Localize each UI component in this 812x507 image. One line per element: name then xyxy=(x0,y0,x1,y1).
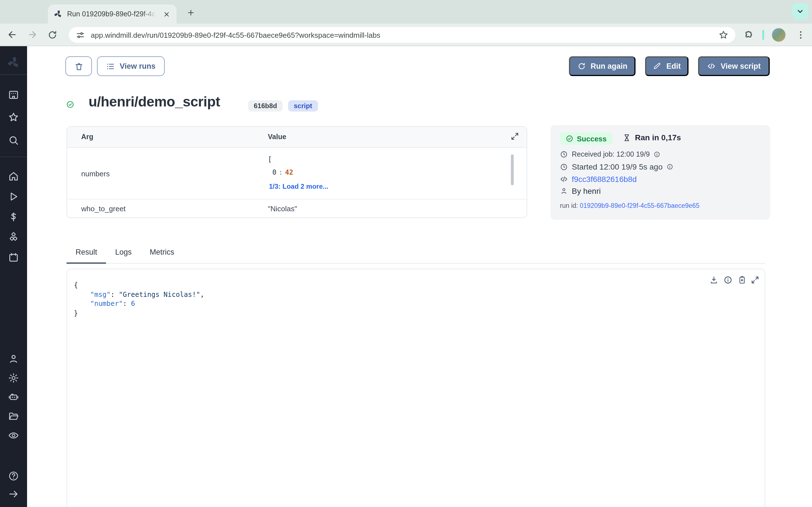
cell-scrollbar[interactable] xyxy=(511,154,514,185)
sidebar-divider xyxy=(0,157,27,157)
page-title: u/henri/demo_script xyxy=(89,94,220,110)
json-key: "msg" xyxy=(90,290,110,298)
view-runs-label: View runs xyxy=(119,62,155,70)
received-job-line: Received job: 12:00 19/9 xyxy=(560,151,661,158)
sidebar xyxy=(0,46,27,507)
tab-close-icon[interactable] xyxy=(162,10,171,18)
copy-clipboard-icon[interactable] xyxy=(738,276,747,284)
run-id-link[interactable]: 019209b9-89e0-f29f-4c55-667baece9e65 xyxy=(580,202,700,209)
tab-search-button[interactable] xyxy=(792,3,808,19)
tab-result[interactable]: Result xyxy=(66,248,106,263)
status-badge: Success xyxy=(560,132,612,145)
toolbar-separator xyxy=(762,30,764,40)
resources-cubes-icon[interactable] xyxy=(8,231,19,243)
tab-title: Run 019209b9-89e0-f29f-4c xyxy=(67,10,158,18)
script-hash-link[interactable]: f9cc3f6882616b8d xyxy=(572,175,637,184)
refresh-icon xyxy=(577,62,586,71)
audit-eye-icon[interactable] xyxy=(8,430,19,441)
settings-gear-icon[interactable] xyxy=(8,372,19,384)
workers-robot-icon[interactable] xyxy=(8,392,19,403)
col-arg-header: Arg xyxy=(81,133,93,141)
run-again-button[interactable]: Run again xyxy=(569,56,636,76)
result-tabs: Result Logs Metrics xyxy=(66,248,765,264)
download-icon[interactable] xyxy=(709,276,718,284)
result-panel: { "msg": "Greetings Nicolas!", "number":… xyxy=(66,269,765,507)
run-again-label: Run again xyxy=(591,62,627,70)
args-table: Arg Value numbers [ 0:42 1/3: Load 2 mor… xyxy=(66,126,527,218)
browser-menu-icon[interactable] xyxy=(795,29,806,41)
expand-result-icon[interactable] xyxy=(751,276,760,284)
json-key: "number" xyxy=(90,300,123,307)
favorites-star-icon[interactable] xyxy=(8,112,19,123)
hourglass-icon xyxy=(622,133,631,142)
schedules-calendar-icon[interactable] xyxy=(8,252,19,263)
home-icon[interactable] xyxy=(8,171,19,182)
expand-args-icon[interactable] xyxy=(510,132,519,141)
person-icon xyxy=(560,187,568,195)
bookmark-star-icon[interactable] xyxy=(718,30,728,40)
delete-run-button[interactable] xyxy=(65,56,92,76)
help-icon[interactable] xyxy=(8,470,19,482)
folders-icon[interactable] xyxy=(8,411,19,422)
author-text: By henri xyxy=(572,186,601,195)
json-open-brace: { xyxy=(74,281,78,289)
col-value-header: Value xyxy=(268,133,286,141)
view-script-button[interactable]: View script xyxy=(698,56,770,76)
tab-strip: Run 019209b9-89e0-f29f-4c xyxy=(0,0,812,24)
success-check-icon xyxy=(66,100,74,109)
new-tab-button[interactable] xyxy=(183,5,198,20)
view-runs-button[interactable]: View runs xyxy=(97,56,165,76)
users-person-icon[interactable] xyxy=(8,353,19,364)
tab-logs[interactable]: Logs xyxy=(106,248,141,263)
back-button[interactable] xyxy=(3,26,20,43)
trash-icon xyxy=(74,62,83,71)
json-string-value: "Greetings Nicolas!" xyxy=(119,290,200,298)
tab-metrics[interactable]: Metrics xyxy=(141,248,183,263)
browser-tab[interactable]: Run 019209b9-89e0-f29f-4c xyxy=(48,4,176,24)
extensions-icon[interactable] xyxy=(743,29,755,41)
windmill-favicon xyxy=(54,10,63,18)
table-row: numbers [ 0:42 1/3: Load 2 more... xyxy=(67,148,527,199)
site-settings-icon[interactable] xyxy=(75,30,85,40)
sidebar-divider xyxy=(0,74,27,75)
json-colon: : xyxy=(123,300,131,307)
result-json: { "msg": "Greetings Nicolas!", "number":… xyxy=(74,281,204,318)
version-badge: 616b8d xyxy=(248,100,283,112)
info-icon[interactable] xyxy=(654,151,661,158)
run-duration: Ran in 0,17s xyxy=(622,133,681,142)
kind-badge: script xyxy=(288,100,318,112)
json-index: 0 xyxy=(272,168,276,176)
runs-play-icon[interactable] xyxy=(8,191,19,202)
arg-value: "Nicolas" xyxy=(268,205,297,213)
forward-button[interactable] xyxy=(24,26,41,43)
started-text: Started 12:00 19/9 5s ago xyxy=(572,162,663,171)
edit-label: Edit xyxy=(666,62,681,70)
arg-name: who_to_greet xyxy=(81,205,126,213)
json-colon: : xyxy=(276,168,285,176)
expand-sidebar-arrow-icon[interactable] xyxy=(8,489,19,500)
table-row: who_to_greet "Nicolas" xyxy=(67,199,527,218)
author-line: By henri xyxy=(560,186,601,195)
main-content: View runs Run again Edit View script u/h… xyxy=(27,46,812,507)
refresh-button[interactable] xyxy=(44,26,61,43)
info-circle-icon[interactable] xyxy=(723,276,732,284)
json-close-brace: } xyxy=(74,309,78,317)
workspace-icon[interactable] xyxy=(8,89,19,100)
url-text[interactable]: app.windmill.dev/run/019209b9-89e0-f29f-… xyxy=(91,31,718,39)
variables-dollar-icon[interactable] xyxy=(8,211,19,223)
search-icon[interactable] xyxy=(8,135,19,146)
info-icon[interactable] xyxy=(666,163,673,170)
json-number-value: 6 xyxy=(131,300,135,307)
edit-button[interactable]: Edit xyxy=(645,56,689,76)
run-duration-label: Ran in 0,17s xyxy=(635,133,681,142)
json-item: 0:42 xyxy=(272,168,293,176)
script-hash-line: f9cc3f6882616b8d xyxy=(560,175,637,184)
load-more-link[interactable]: 1/3: Load 2 more... xyxy=(269,182,328,190)
browser-window: Run 019209b9-89e0-f29f-4c app.windmill.d… xyxy=(0,0,812,507)
json-colon: : xyxy=(110,290,119,298)
address-bar[interactable]: app.windmill.dev/run/019209b9-89e0-f29f-… xyxy=(69,27,735,43)
profile-avatar[interactable] xyxy=(772,28,785,42)
windmill-logo[interactable] xyxy=(7,56,20,69)
clock-icon xyxy=(560,151,568,158)
args-table-header: Arg Value xyxy=(67,127,527,148)
